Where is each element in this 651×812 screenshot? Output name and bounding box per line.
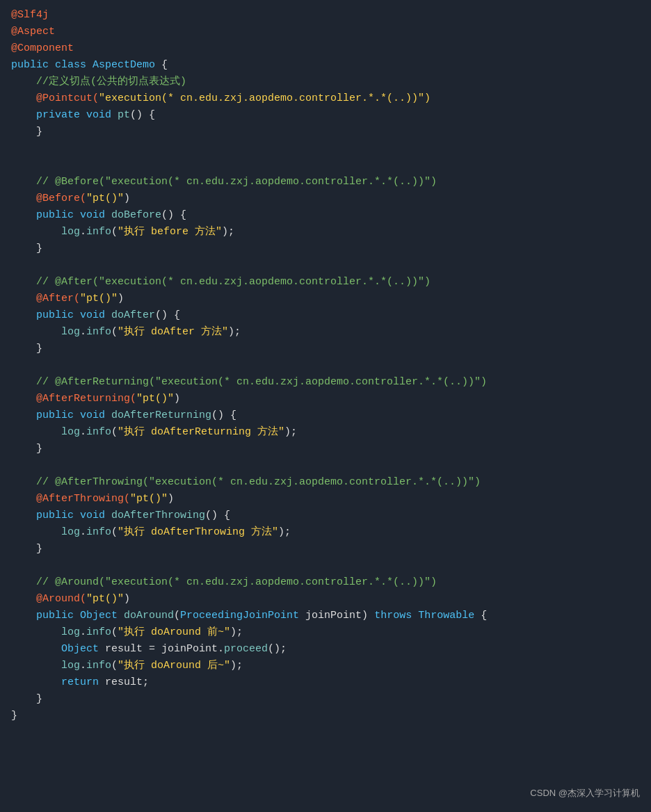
code-editor: @Slf4j@Aspect@Componentpublic class Aspe… [11, 7, 640, 724]
code-line: //定义切点(公共的切点表达式) [11, 74, 640, 90]
code-line: } [11, 691, 640, 708]
code-line [11, 257, 640, 274]
code-line: // @Around("execution(* cn.edu.zxj.aopde… [11, 574, 640, 591]
code-line: public void doAfter() { [11, 307, 640, 324]
code-line: } [11, 441, 640, 457]
code-line: log.info("执行 doAround 后~"); [11, 658, 640, 674]
code-line: } [11, 241, 640, 257]
code-line: @Component [11, 40, 640, 57]
code-line [11, 157, 640, 174]
watermark: CSDN @杰深入学习计算机 [530, 786, 640, 801]
code-line: public Object doAround(ProceedingJoinPoi… [11, 608, 640, 624]
code-line: private void pt() { [11, 107, 640, 124]
code-line: @Around("pt()") [11, 591, 640, 608]
code-line: log.info("执行 doAfter 方法"); [11, 324, 640, 341]
code-line: } [11, 124, 640, 140]
code-line: log.info("执行 doAround 前~"); [11, 624, 640, 641]
code-line: } [11, 541, 640, 558]
code-line: @Aspect [11, 24, 640, 40]
code-line [11, 558, 640, 574]
code-line: } [11, 341, 640, 357]
code-line: @Pointcut("execution(* cn.edu.zxj.aopdem… [11, 90, 640, 107]
code-line: Object result = joinPoint.proceed(); [11, 641, 640, 658]
code-line: } [11, 708, 640, 724]
code-line: @Before("pt()") [11, 190, 640, 207]
code-line: @After("pt()") [11, 291, 640, 307]
code-line: public class AspectDemo { [11, 57, 640, 74]
code-line: log.info("执行 doAfterReturning 方法"); [11, 424, 640, 441]
code-line [11, 457, 640, 474]
code-line: log.info("执行 doAfterThrowing 方法"); [11, 524, 640, 541]
code-line: @AfterThrowing("pt()") [11, 491, 640, 508]
code-line: // @AfterThrowing("execution(* cn.edu.zx… [11, 474, 640, 491]
code-line: public void doBefore() { [11, 207, 640, 224]
code-line: public void doAfterReturning() { [11, 407, 640, 424]
code-line: // @Before("execution(* cn.edu.zxj.aopde… [11, 174, 640, 190]
code-line: public void doAfterThrowing() { [11, 508, 640, 524]
code-line: @AfterReturning("pt()") [11, 391, 640, 407]
code-line: return result; [11, 674, 640, 691]
code-line: // @AfterReturning("execution(* cn.edu.z… [11, 374, 640, 391]
code-line: log.info("执行 before 方法"); [11, 224, 640, 241]
code-line: @Slf4j [11, 7, 640, 24]
code-line: // @After("execution(* cn.edu.zxj.aopdem… [11, 274, 640, 291]
code-line [11, 357, 640, 374]
code-line [11, 140, 640, 157]
